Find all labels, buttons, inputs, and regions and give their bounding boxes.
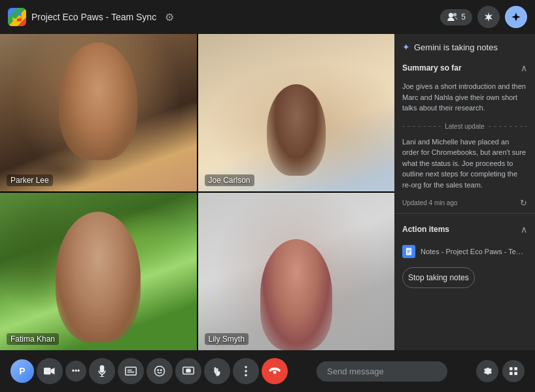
- summary-section-header[interactable]: Summary so far ∧: [394, 57, 535, 78]
- video-cell-joe: Joe Carlson: [198, 34, 395, 191]
- svg-point-14: [158, 370, 159, 371]
- video-cell-lily: Lily Smyth: [198, 193, 395, 350]
- participants-count: 5: [461, 12, 466, 22]
- participant-name-fatima: Fatima Khan: [7, 333, 59, 345]
- svg-rect-26: [514, 372, 517, 375]
- video-cell-fatima: Fatima Khan: [0, 193, 197, 350]
- gemini-panel: ✦ Gemini is taking notes Summary so far …: [394, 34, 535, 350]
- activities-button[interactable]: [477, 6, 500, 28]
- message-placeholder: Send message: [327, 367, 384, 376]
- action-items-title: Action items: [402, 225, 449, 234]
- latest-update-label: Latest update: [445, 123, 485, 130]
- svg-point-1: [453, 12, 457, 16]
- more-options-button[interactable]: [233, 358, 259, 384]
- participants-icon: [447, 12, 458, 23]
- bottom-controls-right: [476, 360, 525, 382]
- bottom-controls-left: P •••: [10, 358, 288, 384]
- svg-point-13: [155, 367, 165, 376]
- updated-time-text: Updated 4 min ago: [402, 199, 458, 206]
- participant-name-parker: Parker Lee: [7, 174, 53, 186]
- svg-rect-6: [44, 368, 51, 375]
- participants-button[interactable]: 5: [440, 9, 472, 25]
- refresh-icon[interactable]: ↻: [520, 198, 527, 208]
- update-line-left: [402, 126, 441, 127]
- bottom-bar: P •••: [0, 350, 535, 392]
- gemini-star-icon: ✦: [402, 42, 410, 52]
- google-meet-logo: [8, 8, 26, 26]
- participant-name-joe: Joe Carlson: [205, 174, 254, 186]
- main-content: Parker Lee Joe Carlson Fatima Khan Lily …: [0, 34, 535, 350]
- camera-more-button[interactable]: •••: [65, 361, 86, 382]
- svg-point-18: [245, 366, 247, 368]
- mic-toggle-button[interactable]: [89, 358, 115, 384]
- action-items-header[interactable]: Action items ∧: [394, 219, 535, 240]
- meeting-settings-button-bottom[interactable]: [476, 360, 498, 382]
- top-bar: Project Eco Paws - Team Sync ⚙ 5: [0, 0, 535, 34]
- updated-time-row: Updated 4 min ago ↻: [394, 195, 535, 213]
- meeting-title: Project Eco Paws - Team Sync: [31, 12, 156, 22]
- action-items-chevron-icon: ∧: [521, 224, 527, 235]
- top-bar-right: 5: [440, 6, 527, 28]
- svg-rect-7: [100, 365, 105, 372]
- end-call-button[interactable]: [262, 358, 288, 384]
- top-bar-left: Project Eco Paws - Team Sync ⚙: [8, 8, 177, 26]
- gemini-header-text: Gemini is taking notes: [414, 42, 498, 52]
- captions-button[interactable]: [118, 358, 144, 384]
- meeting-settings-button[interactable]: ⚙: [162, 9, 177, 25]
- svg-point-15: [161, 370, 162, 371]
- participant-name-lily: Lily Smyth: [205, 333, 249, 345]
- svg-rect-10: [126, 367, 137, 375]
- svg-rect-17: [186, 369, 190, 372]
- summary-text: Joe gives a short introduction and then …: [394, 78, 535, 119]
- update-summary-text: Lani and Michelle have placed an order f…: [394, 134, 535, 196]
- user-avatar[interactable]: P: [10, 359, 34, 383]
- apps-grid-button[interactable]: [502, 360, 525, 382]
- raise-hand-button[interactable]: [204, 358, 230, 384]
- svg-rect-24: [514, 367, 517, 370]
- summary-title: Summary so far: [402, 63, 462, 73]
- action-items-section: Action items ∧ Notes - Project Eco Paws …: [394, 214, 535, 300]
- svg-rect-23: [509, 367, 513, 370]
- update-line-right: [489, 126, 527, 127]
- camera-toggle-button[interactable]: [37, 358, 63, 384]
- video-grid: Parker Lee Joe Carlson Fatima Khan Lily …: [0, 34, 394, 350]
- svg-point-20: [245, 374, 247, 377]
- latest-update-badge: Latest update: [394, 119, 535, 134]
- svg-point-19: [245, 370, 247, 372]
- stop-notes-button[interactable]: Stop taking notes: [402, 267, 475, 288]
- notes-doc-icon: [402, 245, 415, 258]
- message-input-area[interactable]: Send message: [317, 361, 447, 382]
- notes-item[interactable]: Notes - Project Eco Paws - Team...: [394, 240, 535, 263]
- present-screen-button[interactable]: [175, 358, 201, 384]
- notes-label: Notes - Project Eco Paws - Team...: [421, 248, 527, 255]
- dots-icon: •••: [72, 367, 80, 376]
- summary-chevron-icon: ∧: [521, 63, 527, 73]
- video-cell-parker: Parker Lee: [0, 34, 197, 191]
- gemini-header: ✦ Gemini is taking notes: [394, 34, 535, 57]
- vertical-dots-icon: [245, 365, 247, 377]
- gemini-button[interactable]: [505, 6, 527, 28]
- svg-rect-25: [509, 372, 513, 375]
- svg-point-0: [449, 12, 453, 17]
- emoji-button[interactable]: [147, 358, 173, 384]
